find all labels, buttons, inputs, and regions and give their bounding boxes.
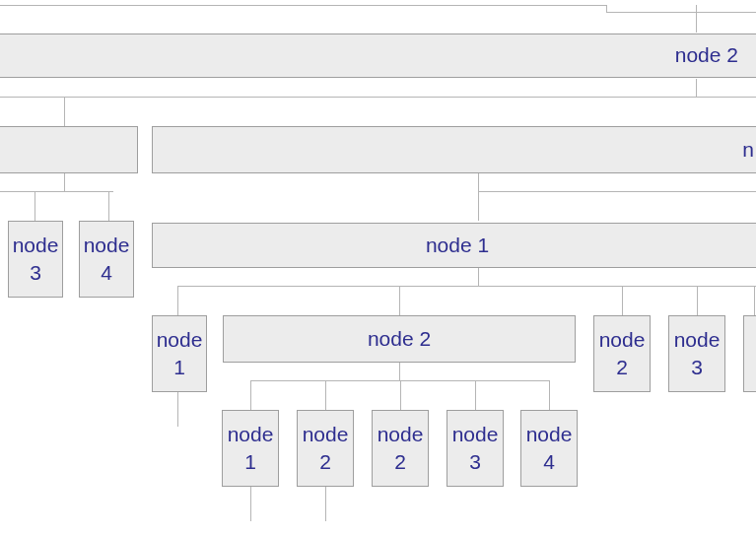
- node-3[interactable]: node 3: [8, 221, 63, 298]
- line: [250, 487, 251, 521]
- node-4[interactable]: node 4: [79, 221, 134, 298]
- line: [177, 286, 178, 315]
- line: [34, 191, 35, 221]
- line: [399, 363, 400, 380]
- line: [108, 191, 109, 221]
- line: [478, 191, 756, 192]
- node-mid-left[interactable]: [0, 126, 138, 173]
- node-label: node 2: [594, 326, 650, 382]
- line: [478, 191, 479, 221]
- node-mid-right[interactable]: n: [152, 126, 756, 173]
- node-label: node 2: [675, 41, 738, 69]
- line: [697, 286, 698, 315]
- line: [400, 380, 401, 410]
- node-label: node 3: [9, 232, 62, 288]
- line: [64, 97, 65, 126]
- node-label: node 1: [223, 421, 278, 477]
- node-gc-2[interactable]: node 2: [297, 410, 354, 487]
- line: [478, 268, 479, 286]
- node-label: node 4: [521, 421, 577, 477]
- node-child-2b[interactable]: node 2: [593, 315, 651, 392]
- line: [250, 380, 251, 410]
- line: [325, 487, 326, 521]
- watermark: 19JP.COM: [609, 501, 748, 532]
- line: [622, 286, 623, 315]
- line: [478, 173, 479, 191]
- node-child-2[interactable]: node 2: [223, 315, 576, 363]
- line: [754, 286, 755, 315]
- node-label: n: [742, 136, 754, 164]
- line: [549, 380, 550, 410]
- line: [696, 5, 697, 33]
- node-gc-4[interactable]: node 4: [520, 410, 578, 487]
- node-child-3[interactable]: node 3: [668, 315, 725, 392]
- node-gc-3[interactable]: node 3: [447, 410, 504, 487]
- node-label: node 2: [368, 325, 431, 353]
- line: [696, 79, 697, 97]
- line: [0, 5, 606, 6]
- line: [177, 286, 756, 287]
- node-1-wide[interactable]: node 1: [152, 223, 756, 268]
- node-gc-1[interactable]: node 1: [222, 410, 279, 487]
- node-label: node 4: [80, 232, 133, 288]
- line: [399, 286, 400, 315]
- node-child-1[interactable]: node 1: [152, 315, 207, 392]
- line: [475, 380, 476, 410]
- node-label: node 3: [669, 326, 724, 382]
- node-gc-2b[interactable]: node 2: [372, 410, 429, 487]
- node-label: node 1: [153, 326, 206, 382]
- node-label: node 2: [298, 421, 353, 477]
- node-label: node 1: [426, 232, 489, 259]
- line: [325, 380, 326, 410]
- node-label: node 2: [373, 421, 428, 477]
- line: [0, 191, 113, 192]
- line: [177, 392, 178, 427]
- line: [606, 12, 756, 13]
- node-label: node 3: [447, 421, 503, 477]
- line: [64, 173, 65, 191]
- node-top-bar[interactable]: node 2: [0, 34, 756, 78]
- line: [0, 97, 756, 98]
- node-child-4[interactable]: [743, 315, 756, 392]
